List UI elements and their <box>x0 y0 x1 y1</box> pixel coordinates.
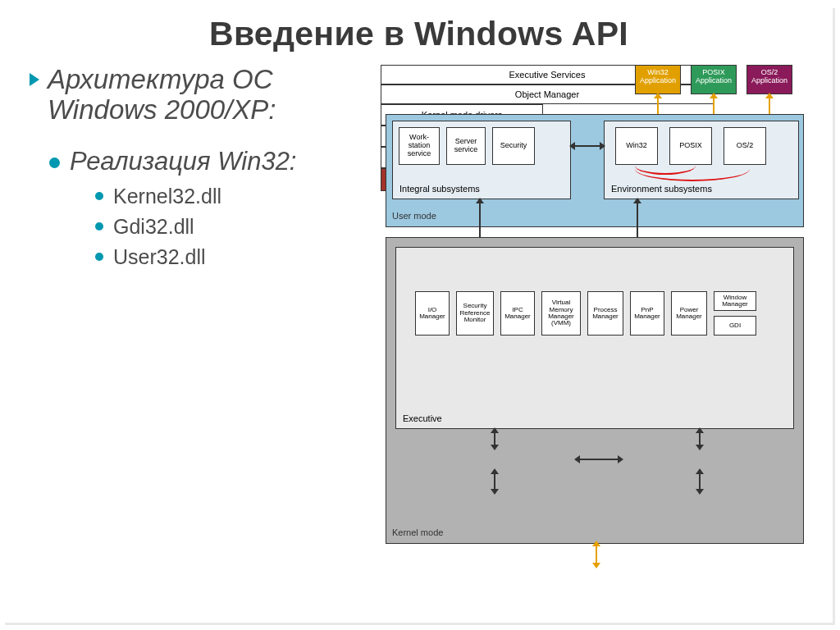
security-ref-monitor-box: Security Reference Monitor <box>456 291 494 336</box>
disc-bullet-icon <box>49 158 60 168</box>
integral-caption: Integral subsystems <box>399 184 480 194</box>
architecture-diagram: Win32 Application POSIX Application OS/2… <box>381 65 828 623</box>
app-posix: POSIX Application <box>691 65 737 94</box>
slide: Введение в Windows API Архитектура ОС Wi… <box>5 8 835 625</box>
process-manager-box: Process Manager <box>587 291 623 336</box>
usermode-label: User mode <box>392 211 436 221</box>
env-caption: Environment subsystems <box>611 184 712 194</box>
bullet1-text: Архитектура ОС Windows 2000/XP: <box>48 65 374 126</box>
gdi-box: GDI <box>714 316 756 336</box>
server-service-box: Server service <box>446 127 486 165</box>
executive-box: Executive <box>395 247 794 429</box>
executive-caption: Executive <box>403 413 442 423</box>
slide-title: Введение в Windows API <box>5 8 833 57</box>
arrow-icon <box>494 432 495 445</box>
app-os2: OS/2 Application <box>746 65 792 94</box>
bullet3-text: Kernel32.dll <box>113 185 221 208</box>
bullet-level3-item: Kernel32.dll <box>95 185 374 208</box>
arrow-icon <box>699 473 701 490</box>
arrow-icon <box>579 459 619 460</box>
bullet-level1: Архитектура ОС Windows 2000/XP: <box>30 65 374 126</box>
bullet3-text: Gdi32.dll <box>113 215 194 239</box>
slide-body: Архитектура ОС Windows 2000/XP: Реализац… <box>5 57 833 623</box>
triangle-bullet-icon <box>30 73 39 86</box>
bullet-level3-item: Gdi32.dll <box>95 215 374 239</box>
workstation-service-box: Work- station service <box>399 127 440 165</box>
redcurve-icon <box>635 157 750 181</box>
bullet-level2: Реализация Win32: <box>49 147 374 176</box>
app-win32: Win32 Application <box>635 65 681 94</box>
power-manager-box: Power Manager <box>671 291 707 336</box>
arrow-icon <box>574 145 600 147</box>
security-box: Security <box>492 127 535 165</box>
arrow-icon <box>494 473 495 490</box>
bullet2-text: Реализация Win32: <box>70 147 297 176</box>
arrow-icon <box>699 432 701 445</box>
vmm-box: Virtual Memory Manager (VMM) <box>541 291 581 336</box>
small-disc-icon <box>95 222 103 231</box>
ipc-manager-box: IPC Manager <box>500 291 535 336</box>
bullet3-text: User32.dll <box>113 245 206 269</box>
small-disc-icon <box>95 253 103 261</box>
arrow-icon <box>596 546 597 564</box>
pnp-manager-box: PnP Manager <box>630 291 664 336</box>
small-disc-icon <box>95 192 103 200</box>
text-column: Архитектура ОС Windows 2000/XP: Реализац… <box>30 65 374 623</box>
io-manager-box: I/O Manager <box>415 291 450 336</box>
bullet-level3-item: User32.dll <box>95 245 374 269</box>
window-manager-box: Window Manager <box>714 291 756 311</box>
kernelmode-label: Kernel mode <box>392 527 443 537</box>
